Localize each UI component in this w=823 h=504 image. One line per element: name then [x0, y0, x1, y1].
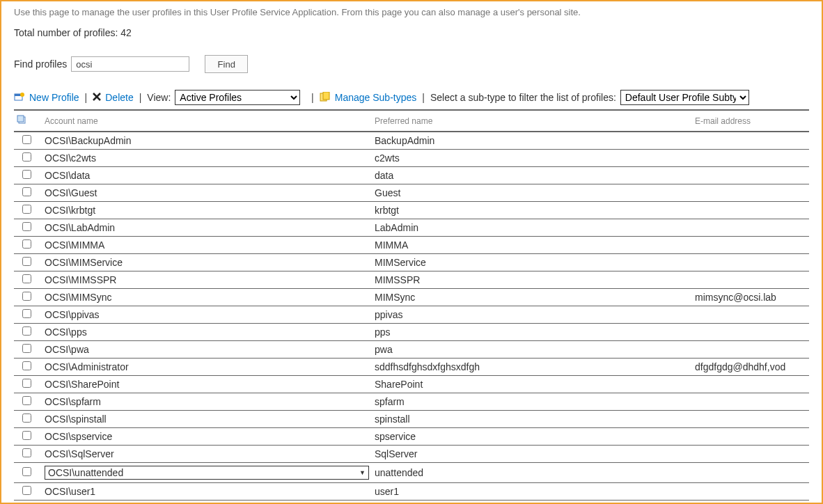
- separator: |: [306, 92, 313, 103]
- preferred-name: LabAdmin: [372, 219, 692, 237]
- delete-icon: [93, 92, 101, 103]
- table-row: OCSI\MIMServiceMIMService: [14, 254, 809, 271]
- account-name[interactable]: OCSI\krbtgt: [39, 202, 372, 219]
- col-account-header[interactable]: Account name: [39, 111, 372, 132]
- preferred-name: MIMSync: [372, 289, 692, 306]
- row-checkbox[interactable]: [22, 379, 31, 388]
- preferred-name: MIMMA: [372, 237, 692, 254]
- email: [692, 271, 809, 289]
- find-button[interactable]: Find: [205, 55, 248, 73]
- row-checkbox[interactable]: [22, 292, 31, 301]
- account-name[interactable]: OCSI\ppivas: [39, 306, 372, 324]
- profiles-table: Account name Preferred name E-mail addre…: [14, 111, 809, 501]
- account-name[interactable]: OCSI\data: [39, 167, 372, 184]
- account-name[interactable]: OCSI\SqlServer: [39, 446, 372, 463]
- preferred-name: krbtgt: [372, 202, 692, 219]
- table-row: OCSI\BackupAdminBackupAdmin: [14, 132, 809, 150]
- row-checkbox[interactable]: [22, 239, 31, 249]
- account-name[interactable]: OCSI\pwa: [39, 341, 372, 359]
- preferred-name: MIMService: [372, 254, 692, 271]
- email: [692, 446, 809, 463]
- table-row: OCSI\Administratorsddfhsdfghsdxfghsxdfgh…: [14, 359, 809, 376]
- row-checkbox[interactable]: [22, 396, 31, 405]
- svg-rect-8: [17, 116, 24, 122]
- row-checkbox[interactable]: [22, 448, 31, 457]
- table-row: OCSI\c2wtsc2wts: [14, 150, 809, 167]
- account-name[interactable]: OCSI\user1: [39, 483, 372, 501]
- row-checkbox[interactable]: [22, 222, 31, 231]
- select-all-icon: [17, 115, 26, 125]
- account-name[interactable]: OCSI\Administrator: [39, 359, 372, 376]
- account-name[interactable]: OCSI\SharePoint: [39, 376, 372, 393]
- select-all-header[interactable]: [14, 111, 39, 132]
- chevron-down-icon[interactable]: ▼: [359, 469, 366, 476]
- preferred-name: ppivas: [372, 306, 692, 324]
- preferred-name: user1: [372, 483, 692, 501]
- account-name[interactable]: OCSI\MIMMA: [39, 237, 372, 254]
- row-checkbox[interactable]: [22, 326, 31, 336]
- row-checkbox[interactable]: [22, 135, 31, 144]
- table-row: OCSI\spfarmspfarm: [14, 393, 809, 411]
- separator: |: [139, 92, 142, 103]
- account-name[interactable]: OCSI\Guest: [39, 184, 372, 202]
- account-name[interactable]: OCSI\pps: [39, 324, 372, 341]
- row-checkbox[interactable]: [22, 152, 31, 162]
- manage-subtypes-link[interactable]: Manage Sub-types: [335, 92, 417, 103]
- account-name-selected[interactable]: OCSI\unattended▼: [45, 466, 369, 480]
- preferred-name: spfarm: [372, 393, 692, 411]
- preferred-name: SqlServer: [372, 446, 692, 463]
- table-row: OCSI\user1user1: [14, 483, 809, 501]
- account-name[interactable]: OCSI\spinstall: [39, 411, 372, 428]
- table-row: OCSI\unattended▼unattended: [14, 463, 809, 483]
- row-checkbox[interactable]: [22, 467, 31, 476]
- email: [692, 167, 809, 184]
- svg-point-2: [20, 93, 24, 97]
- account-name[interactable]: OCSI\MIMSync: [39, 289, 372, 306]
- email: [692, 237, 809, 254]
- delete-link[interactable]: Delete: [105, 92, 133, 103]
- new-profile-link[interactable]: New Profile: [29, 92, 79, 103]
- separator: |: [85, 92, 88, 103]
- manage-subtypes-icon: [320, 92, 331, 104]
- preferred-name: sddfhsdfghsdxfghsxdfgh: [372, 359, 692, 376]
- col-email-header[interactable]: E-mail address: [692, 111, 809, 132]
- row-checkbox[interactable]: [22, 170, 31, 179]
- preferred-name: unattended: [372, 463, 692, 483]
- view-select[interactable]: Active Profiles: [175, 90, 300, 105]
- row-checkbox[interactable]: [22, 431, 31, 440]
- col-preferred-header[interactable]: Preferred name: [372, 111, 692, 132]
- row-checkbox[interactable]: [22, 187, 31, 196]
- email: [692, 202, 809, 219]
- row-checkbox[interactable]: [22, 257, 31, 266]
- svg-rect-6: [323, 92, 329, 100]
- account-name[interactable]: OCSI\spservice: [39, 428, 372, 446]
- row-checkbox[interactable]: [22, 344, 31, 353]
- table-row: OCSI\GuestGuest: [14, 184, 809, 202]
- row-checkbox[interactable]: [22, 274, 31, 283]
- row-checkbox[interactable]: [22, 205, 31, 214]
- email: [692, 150, 809, 167]
- email: [692, 132, 809, 150]
- account-name[interactable]: OCSI\spfarm: [39, 393, 372, 411]
- preferred-name: data: [372, 167, 692, 184]
- table-row: OCSI\datadata: [14, 167, 809, 184]
- row-checkbox[interactable]: [22, 486, 31, 495]
- row-checkbox[interactable]: [22, 414, 31, 423]
- account-name[interactable]: OCSI\BackupAdmin: [39, 132, 372, 150]
- row-checkbox[interactable]: [22, 361, 31, 370]
- account-name[interactable]: OCSI\MIMService: [39, 254, 372, 271]
- preferred-name: BackupAdmin: [372, 132, 692, 150]
- account-name[interactable]: OCSI\MIMSSPR: [39, 271, 372, 289]
- total-profiles: Total number of profiles: 42: [14, 27, 809, 38]
- subtype-select[interactable]: Default User Profile Subtype: [620, 90, 749, 105]
- subtype-filter-label: Select a sub-type to filter the list of …: [430, 92, 616, 103]
- account-name[interactable]: OCSI\c2wts: [39, 150, 372, 167]
- account-name[interactable]: OCSI\LabAdmin: [39, 219, 372, 237]
- email: [692, 428, 809, 446]
- row-checkbox[interactable]: [22, 309, 31, 318]
- separator: |: [422, 92, 425, 103]
- preferred-name: c2wts: [372, 150, 692, 167]
- email: [692, 411, 809, 428]
- find-input[interactable]: [71, 56, 189, 72]
- preferred-name: MIMSSPR: [372, 271, 692, 289]
